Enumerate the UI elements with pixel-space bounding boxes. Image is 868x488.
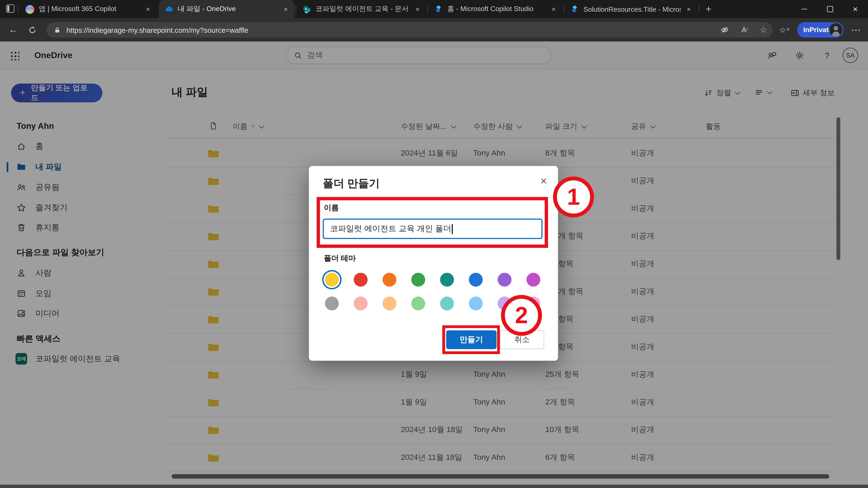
onedrive-icon [164,5,174,14]
copilot-icon [25,5,34,14]
copilot-studio-icon [570,5,579,14]
browser-window: 앱 | Microsoft 365 Copilot × 내 파일 - OneDr… [0,0,868,488]
sharepoint-icon: s [302,5,311,14]
profile-avatar [829,23,842,36]
theme-color-swatch[interactable] [353,296,367,310]
theme-color-swatch[interactable] [526,272,540,286]
theme-color-swatch[interactable] [324,296,339,310]
favorite-star-icon[interactable]: ☆ [760,25,767,35]
theme-color-swatch[interactable] [440,296,454,310]
browser-tab-copilot[interactable]: 앱 | Microsoft 365 Copilot × [20,0,157,18]
theme-color-swatch[interactable] [382,296,396,310]
back-button[interactable]: ← [4,18,22,41]
lock-icon [54,26,61,33]
theme-color-swatch[interactable] [324,272,339,286]
dialog-title: 폴더 만들기 [323,176,380,191]
url-text: https://indiegarage-my.sharepoint.com/my… [66,26,248,34]
refresh-button[interactable] [23,18,41,41]
theme-color-swatch[interactable] [353,272,367,286]
tab-title: 내 파일 - OneDrive [178,4,278,14]
annotation-rect-create-button [442,325,500,354]
theme-color-swatch[interactable] [382,272,396,286]
tab-title: 코파일럿 에이전트 교육 - 문서 - [315,4,410,14]
tab-close-icon[interactable]: × [282,5,289,13]
browser-tab-copilot-studio-home[interactable]: 홈 - Microsoft Copilot Studio × [428,0,562,18]
inprivate-label: InPrivate [803,26,833,34]
read-aloud-icon[interactable] [740,25,749,34]
tab-layout-icon[interactable] [6,4,14,12]
theme-color-swatch[interactable] [468,296,483,310]
browser-tab-solution-resources[interactable]: SolutionResources.Title - Microso × [565,0,698,18]
browser-tab-bar: 앱 | Microsoft 365 Copilot × 내 파일 - OneDr… [0,0,868,18]
svg-text:s: s [305,6,307,11]
theme-color-swatch[interactable] [468,272,483,286]
dialog-close-icon[interactable]: × [540,175,547,188]
browser-tab-sharepoint[interactable]: s 코파일럿 에이전트 교육 - 문서 - × [297,0,426,18]
theme-label: 폴더 테마 [324,253,356,263]
tab-close-icon[interactable]: × [414,5,421,13]
new-tab-button[interactable]: + [702,3,715,16]
theme-color-swatch[interactable] [411,272,425,286]
tab-close-icon[interactable]: × [685,5,692,13]
window-maximize-button[interactable] [817,0,842,18]
theme-color-swatch[interactable] [411,296,425,310]
tab-title: 홈 - Microsoft Copilot Studio [447,4,546,14]
favorites-bar-icon[interactable]: ☆≡ [776,18,793,41]
tab-close-icon[interactable]: × [551,5,557,13]
window-minimize-button[interactable] [792,0,817,18]
tab-title: 앱 | Microsoft 365 Copilot [39,4,141,14]
annotation-rect-name-field [317,197,548,248]
inprivate-badge[interactable]: InPrivate [797,22,843,37]
copilot-studio-icon [434,5,443,14]
annotation-step-2: 2 [501,295,542,336]
window-close-button[interactable]: × [843,0,868,18]
browser-tab-onedrive[interactable]: 내 파일 - OneDrive × [159,0,294,18]
theme-color-swatch[interactable] [440,272,454,286]
annotation-step-1: 1 [553,176,594,218]
tracking-prevention-icon[interactable] [720,25,729,34]
tab-close-icon[interactable]: × [145,5,151,13]
tab-title: SolutionResources.Title - Microso [584,5,681,13]
url-bar[interactable]: https://indiegarage-my.sharepoint.com/my… [46,22,773,37]
browser-menu-icon[interactable]: ··· [848,18,865,41]
browser-address-bar: ← https://indiegarage-my.sharepoint.com/… [0,18,868,41]
theme-color-swatch[interactable] [497,272,511,286]
